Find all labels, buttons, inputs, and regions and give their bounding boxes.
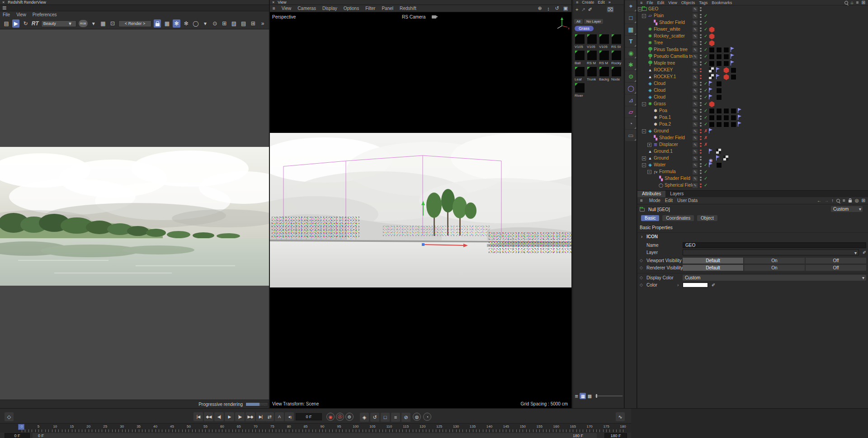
keying-objects-button[interactable]	[413, 413, 421, 421]
edit-cell-icon[interactable]	[693, 7, 698, 12]
object-row[interactable]: Spherical Field	[637, 182, 868, 189]
object-row[interactable]: −GEO	[637, 6, 868, 13]
checker-badge[interactable]	[709, 67, 714, 72]
menu-filter[interactable]: Filter	[365, 6, 375, 11]
renderer-vis-on[interactable]: On	[744, 265, 805, 271]
zoom-icon[interactable]	[545, 5, 552, 12]
texture-badge[interactable]	[709, 54, 715, 60]
material-item[interactable]: River	[574, 82, 586, 99]
instance-tool[interactable]	[625, 94, 637, 106]
freeze-icon[interactable]	[173, 19, 180, 28]
snapshot-film-icon[interactable]	[3, 19, 10, 28]
prev-key-button[interactable]	[204, 412, 213, 421]
display-color-dropdown[interactable]: Custom	[683, 275, 866, 281]
material-item[interactable]: V105	[599, 33, 611, 50]
menu-edit[interactable]: Edit	[657, 0, 665, 5]
icon-group-label[interactable]: ICON	[646, 234, 658, 239]
enabled-check-icon[interactable]	[704, 169, 708, 174]
texture-badge[interactable]	[716, 61, 722, 66]
up-icon[interactable]	[831, 198, 834, 203]
texture-badge[interactable]	[731, 115, 736, 121]
object-row[interactable]: Shader Field	[637, 175, 868, 182]
menu-file[interactable]: File	[3, 12, 10, 17]
hamburger-icon[interactable]	[576, 0, 578, 5]
enabled-check-icon[interactable]	[704, 27, 708, 32]
view-mode-label[interactable]: Perspective	[272, 14, 296, 19]
enabled-check-icon[interactable]	[704, 13, 708, 18]
tab-coordinates[interactable]: Coordinates	[662, 215, 694, 221]
compare-icon[interactable]	[230, 19, 237, 28]
active-layer-pill[interactable]: Grass	[575, 26, 594, 31]
edit-cell-icon[interactable]	[693, 68, 698, 73]
home-icon[interactable]	[851, 0, 854, 5]
filter-all-button[interactable]: All	[574, 19, 583, 24]
expand-toggle-icon[interactable]: −	[642, 102, 646, 106]
thumbnail-size-slider[interactable]	[595, 396, 623, 396]
material-thumbnail[interactable]	[575, 34, 585, 44]
object-row[interactable]: Poa.2	[637, 121, 868, 128]
camera-icon[interactable]	[432, 15, 436, 19]
object-row[interactable]: Flower_white	[637, 26, 868, 33]
key-position-toggle[interactable]	[360, 413, 369, 422]
edit-cell-icon[interactable]	[693, 163, 698, 168]
edit-cell-icon[interactable]	[693, 142, 698, 147]
visibility-dots[interactable]	[699, 142, 702, 147]
color-swatch[interactable]	[683, 283, 708, 287]
object-row[interactable]: Poa	[637, 108, 868, 114]
material-thumbnail[interactable]	[611, 50, 622, 61]
visibility-dots[interactable]	[699, 163, 702, 168]
checker-badge[interactable]	[709, 74, 714, 79]
checker-badge[interactable]	[723, 155, 728, 160]
material-thumbnail[interactable]	[611, 34, 622, 44]
object-row[interactable]: −Water	[637, 162, 868, 169]
visibility-dots[interactable]	[699, 102, 702, 107]
material-thumbnail[interactable]	[611, 66, 622, 77]
chevron-down-icon[interactable]	[854, 250, 857, 255]
orbit-icon[interactable]	[554, 5, 560, 12]
enabled-check-icon[interactable]	[704, 101, 708, 106]
enabled-check-icon[interactable]	[704, 47, 708, 52]
disabled-cross-icon[interactable]	[704, 142, 708, 147]
eyedropper-icon[interactable]	[712, 283, 715, 287]
layer-view-icon[interactable]	[587, 394, 591, 399]
extra-tool[interactable]	[625, 130, 637, 141]
tab-object[interactable]: Object	[697, 215, 717, 221]
visibility-dots[interactable]	[699, 14, 702, 19]
edit-cell-icon[interactable]	[693, 129, 698, 134]
object-row[interactable]: Cloud	[637, 87, 868, 94]
range-track[interactable]: 0 F 180 F	[33, 433, 597, 438]
anim-dot-icon[interactable]: ◇	[640, 283, 643, 287]
jump-start-button[interactable]	[193, 412, 203, 421]
texture-badge[interactable]	[716, 81, 722, 87]
list-view-icon[interactable]	[575, 394, 578, 399]
anim-dot-icon[interactable]: ◇	[640, 275, 643, 280]
phong-badge[interactable]	[709, 155, 715, 161]
menu-redshift[interactable]: Redshift	[400, 6, 416, 11]
visibility-dots[interactable]	[699, 156, 702, 161]
material-thumbnail[interactable]	[587, 66, 597, 77]
edit-cell-icon[interactable]	[693, 41, 698, 46]
play-btn-button[interactable]	[225, 412, 234, 421]
texture-badge[interactable]	[709, 108, 715, 114]
texture-badge[interactable]	[716, 108, 722, 114]
edit-cell-icon[interactable]	[693, 122, 698, 127]
texture-badge[interactable]	[716, 94, 722, 100]
channel-button[interactable]: RGB	[79, 20, 88, 27]
visibility-dots[interactable]	[699, 34, 702, 39]
crop-icon[interactable]	[109, 19, 116, 28]
visibility-dots[interactable]	[699, 136, 702, 141]
renderer-vis-off[interactable]: Off	[806, 265, 866, 271]
texture-badge[interactable]	[709, 122, 715, 127]
aov-dropdown[interactable]: Beauty	[41, 20, 76, 27]
menu-view[interactable]: View	[668, 0, 677, 5]
key-parameter-toggle[interactable]	[391, 413, 400, 422]
add-material-icon[interactable]	[576, 7, 578, 12]
material-thumbnail[interactable]	[575, 66, 585, 77]
edit-cell-icon[interactable]	[693, 14, 698, 19]
menu-overflow-icon[interactable]	[609, 0, 611, 5]
expand-toggle-icon[interactable]: +	[642, 156, 646, 160]
material-item[interactable]: RS M	[599, 50, 611, 66]
texture-badge[interactable]	[709, 47, 715, 53]
material-thumbnail[interactable]	[599, 34, 609, 44]
material-thumbnail[interactable]	[575, 83, 585, 93]
